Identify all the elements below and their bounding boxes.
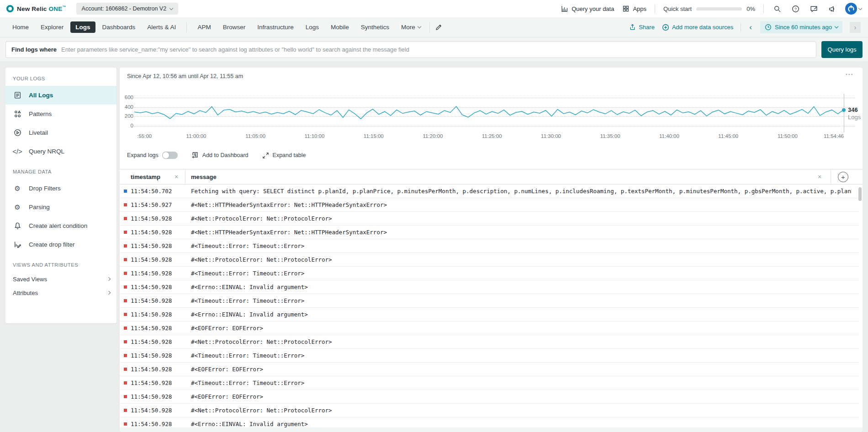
sidebar-section-title: VIEWS AND ATTRIBUTES	[5, 254, 116, 272]
x-tick-label: 11:30:00	[541, 133, 561, 139]
sidebar-item-create-drop-filter[interactable]: Create drop filter	[5, 235, 116, 254]
nav-item-logs[interactable]: Logs	[301, 21, 324, 33]
account-picker[interactable]: Account: 1606862 - Demotron V2	[76, 3, 179, 15]
vertical-scrollbar-thumb[interactable]	[858, 187, 862, 201]
nav-item-label: More	[401, 24, 415, 31]
log-row[interactable]: 11:54:50.928#<EOFError: EOFError>	[120, 321, 859, 335]
log-row[interactable]: 11:54:50.928#<Timeout::Error: Timeout::E…	[120, 267, 859, 280]
sidebar-item-all-logs[interactable]: All Logs	[5, 86, 116, 105]
add-column-button[interactable]: +	[838, 172, 848, 182]
sidebar-item-saved-views[interactable]: Saved Views	[5, 272, 116, 286]
log-row[interactable]: 11:54:50.927#<Net::HTTPHeaderSyntaxError…	[120, 198, 859, 212]
nav-item-home[interactable]: Home	[7, 21, 34, 33]
expand-table-button[interactable]: Expand table	[262, 152, 306, 159]
nav-item-browser[interactable]: Browser	[218, 21, 251, 33]
divider	[186, 22, 187, 32]
log-timestamp: 11:54:50.928	[131, 270, 172, 277]
sidebar-item-label: Attributes	[13, 290, 38, 296]
severity-error-icon	[124, 422, 127, 426]
add-to-dashboard-button[interactable]: Add to Dashboard	[191, 152, 249, 159]
log-message: #<Timeout::Error: Timeout::Error>	[191, 270, 852, 277]
sidebar-item-label: Drop Filters	[29, 185, 61, 192]
query-logs-button[interactable]: Query logs	[821, 41, 863, 58]
log-row[interactable]: 11:54:50.928#<Net::ProtocolError: Net::P…	[120, 404, 859, 417]
time-range-previous-button[interactable]: ‹	[748, 23, 753, 32]
sidebar-item-query-nrql[interactable]: </>Query NRQL	[5, 142, 116, 161]
nav-item-more[interactable]: More	[396, 21, 426, 33]
sidebar-item-patterns[interactable]: Patterns	[5, 105, 116, 123]
horizontal-scrollbar-track[interactable]	[120, 427, 863, 432]
log-row[interactable]: 11:54:50.928#<Timeout::Error: Timeout::E…	[120, 294, 859, 308]
column-divider[interactable]	[185, 169, 185, 184]
log-query-input[interactable]	[61, 46, 810, 53]
time-range-next-button[interactable]: ›	[850, 22, 861, 33]
chart-options-menu[interactable]: ⋯	[845, 69, 853, 79]
log-message: #<Net::HTTPHeaderSyntaxError: Net::HTTPH…	[191, 201, 852, 208]
log-row[interactable]: 11:54:50.928#<EOFError: EOFError>	[120, 363, 859, 376]
nav-item-infrastructure[interactable]: Infrastructure	[252, 21, 299, 33]
remove-message-column-button[interactable]: ×	[818, 173, 821, 180]
edit-nav-button[interactable]	[434, 24, 444, 31]
log-row[interactable]: 11:54:50.928#<Timeout::Error: Timeout::E…	[120, 349, 859, 363]
log-row[interactable]: 11:54:50.928#<Timeout::Error: Timeout::E…	[120, 239, 859, 253]
announcements-button[interactable]	[827, 5, 837, 13]
sidebar-item-drop-filters[interactable]: ⚙Drop Filters	[5, 179, 116, 198]
log-row[interactable]: 11:54:50.702Fetching with query: SELECT …	[120, 184, 859, 198]
log-row[interactable]: 11:54:50.928#<Errno::EINVAL: Invalid arg…	[120, 280, 859, 294]
search-button[interactable]	[772, 5, 782, 13]
feedback-icon	[810, 5, 818, 13]
sidebar-item-livetail[interactable]: Livetail	[5, 123, 116, 142]
nav-item-mobile[interactable]: Mobile	[326, 21, 354, 33]
apps-button[interactable]: Apps	[622, 5, 646, 12]
sidebar-item-parsing[interactable]: ⚙Parsing	[5, 198, 116, 216]
share-icon	[629, 24, 636, 31]
quick-start[interactable]: Quick start 0%	[663, 5, 755, 12]
log-message: #<EOFError: EOFError>	[191, 366, 852, 373]
log-timestamp: 11:54:50.928	[131, 297, 172, 304]
log-row[interactable]: 11:54:50.928#<Net::ProtocolError: Net::P…	[120, 335, 859, 349]
log-timestamp: 11:54:50.928	[131, 284, 172, 290]
help-button[interactable]: ?	[790, 5, 800, 13]
nav-item-dashboards[interactable]: Dashboards	[97, 21, 141, 33]
log-row[interactable]: 11:54:50.928#<Timeout::Error: Timeout::E…	[120, 376, 859, 390]
severity-error-icon	[124, 217, 127, 220]
log-row[interactable]: 11:54:50.928#<Net::ProtocolError: Net::P…	[120, 212, 859, 226]
column-header-message[interactable]: message	[191, 174, 217, 180]
severity-error-icon	[124, 313, 127, 316]
nav-item-apm[interactable]: APM	[192, 21, 216, 33]
severity-error-icon	[124, 203, 127, 206]
expand-logs-toggle[interactable]	[162, 152, 178, 159]
user-menu[interactable]	[845, 3, 862, 15]
x-tick-label: :55:00	[137, 133, 152, 139]
time-range-picker[interactable]: Since 60 minutes ago	[760, 21, 842, 33]
sidebar-item-create-alert-condition[interactable]: Create alert condition	[5, 216, 116, 235]
sidebar-item-attributes[interactable]: Attributes	[5, 286, 116, 300]
divider	[763, 4, 764, 13]
new-relic-logo[interactable]: New Relic ONE™	[6, 5, 66, 12]
add-data-sources-button[interactable]: Add more data sources	[662, 24, 733, 31]
chart-crosshair	[844, 94, 844, 132]
column-header-timestamp[interactable]: timestamp	[131, 174, 160, 180]
top-bar: New Relic ONE™ Account: 1606862 - Demotr…	[0, 0, 868, 17]
nav-item-logs[interactable]: Logs	[70, 21, 95, 33]
sidebar-item-label: All Logs	[29, 92, 53, 99]
log-message: #<Timeout::Error: Timeout::Error>	[191, 379, 852, 386]
feedback-button[interactable]	[809, 5, 819, 13]
log-message: #<Timeout::Error: Timeout::Error>	[191, 297, 852, 304]
nav-item-alerts-ai[interactable]: Alerts & AI	[142, 21, 181, 33]
log-row[interactable]: 11:54:50.928#<Net::ProtocolError: Net::P…	[120, 253, 859, 267]
chevron-right-icon: ›	[854, 23, 857, 31]
x-tick-label: 11:35:00	[600, 133, 620, 139]
log-row[interactable]: 11:54:50.928#<EOFError: EOFError>	[120, 390, 859, 404]
nav-item-explorer[interactable]: Explorer	[36, 21, 69, 33]
remove-timestamp-column-button[interactable]: ×	[175, 173, 178, 180]
sidebar-section-title: YOUR LOGS	[5, 68, 116, 86]
search-box: Find logs where	[5, 41, 816, 58]
query-your-data-button[interactable]: Query your data	[561, 5, 614, 12]
log-row[interactable]: 11:54:50.928#<Net::HTTPHeaderSyntaxError…	[120, 226, 859, 239]
log-row[interactable]: 11:54:50.928#<Errno::EINVAL: Invalid arg…	[120, 308, 859, 321]
nav-item-synthetics[interactable]: Synthetics	[356, 21, 394, 33]
logs-volume-line-chart[interactable]	[134, 90, 844, 128]
log-message: #<Net::ProtocolError: Net::ProtocolError…	[191, 338, 852, 345]
share-button[interactable]: Share	[629, 24, 655, 31]
